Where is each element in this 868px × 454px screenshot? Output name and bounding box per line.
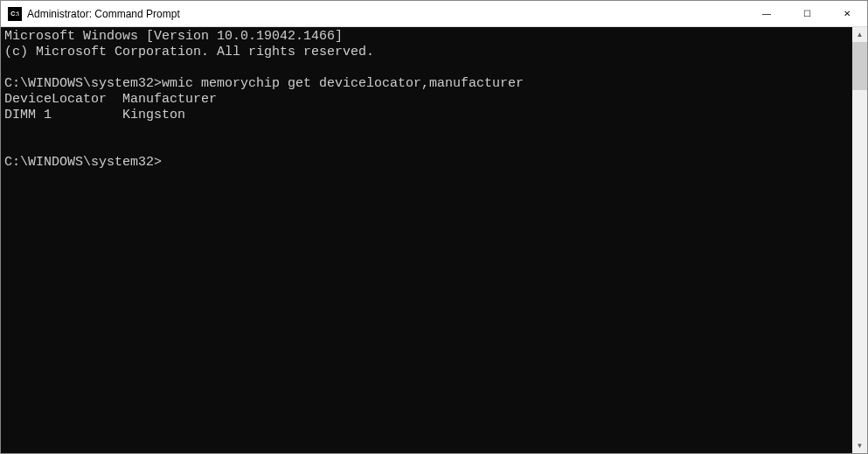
terminal-container: Microsoft Windows [Version 10.0.19042.14… [1,27,867,453]
terminal-output[interactable]: Microsoft Windows [Version 10.0.19042.14… [1,27,852,453]
close-button[interactable]: ✕ [827,1,867,26]
titlebar[interactable]: C:\ Administrator: Command Prompt — ☐ ✕ [1,1,867,27]
terminal-line: (c) Microsoft Corporation. All rights re… [4,45,374,59]
scrollbar-track[interactable] [852,42,867,438]
scrollbar-thumb[interactable] [852,42,867,90]
terminal-prompt: C:\WINDOWS\system32> [4,155,162,170]
terminal-line: C:\WINDOWS\system32>wmic memorychip get … [4,76,524,91]
window-controls: — ☐ ✕ [746,1,867,26]
maximize-button[interactable]: ☐ [787,1,827,26]
vertical-scrollbar[interactable]: ▲ ▼ [852,27,867,453]
window-title: Administrator: Command Prompt [27,8,746,20]
cmd-icon: C:\ [8,7,22,21]
minimize-button[interactable]: — [746,1,787,26]
scrollbar-down-button[interactable]: ▼ [852,438,867,453]
terminal-line: DeviceLocator Manufacturer [4,92,217,107]
terminal-line: Microsoft Windows [Version 10.0.19042.14… [4,29,343,44]
command-prompt-window: C:\ Administrator: Command Prompt — ☐ ✕ … [0,0,868,454]
scrollbar-up-button[interactable]: ▲ [852,27,867,42]
terminal-line: DIMM 1 Kingston [4,108,185,122]
